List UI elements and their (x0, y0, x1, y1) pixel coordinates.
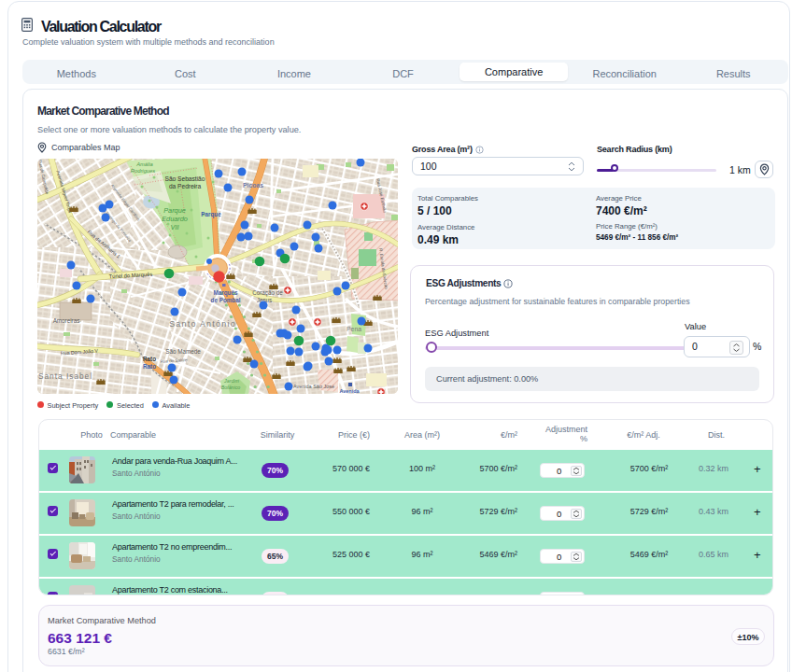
svg-text:Rodrigues: Rodrigues (131, 168, 156, 174)
svg-text:da Pedreira: da Pedreira (169, 183, 201, 189)
svg-text:Amália: Amália (135, 161, 153, 167)
svg-text:de Pombal: de Pombal (211, 297, 241, 303)
svg-text:Avenida São José: Avenida São José (293, 384, 334, 389)
svg-text:Coração de: Coração de (252, 289, 283, 297)
svg-text:Eduardo: Eduardo (162, 215, 188, 223)
svg-text:Picoas: Picoas (243, 182, 263, 189)
svg-text:Jardim: Jardim (223, 378, 239, 384)
svg-text:Rato: Rato (143, 363, 156, 370)
svg-text:São Sebastião: São Sebastião (165, 175, 205, 182)
svg-text:Botânico: Botânico (221, 385, 241, 390)
svg-text:Santa Isabel: Santa Isabel (38, 371, 92, 381)
svg-text:Parque: Parque (163, 206, 186, 215)
svg-text:Santo António: Santo António (169, 319, 236, 329)
svg-text:São Mamede: São Mamede (165, 348, 201, 355)
svg-text:Avenida: Avenida (339, 388, 360, 394)
svg-text:VII: VII (171, 223, 179, 231)
svg-text:Pena: Pena (346, 326, 361, 332)
svg-text:Amoreiras: Amoreiras (53, 317, 80, 324)
svg-text:Rato: Rato (143, 356, 156, 362)
svg-text:Parque: Parque (201, 211, 221, 218)
